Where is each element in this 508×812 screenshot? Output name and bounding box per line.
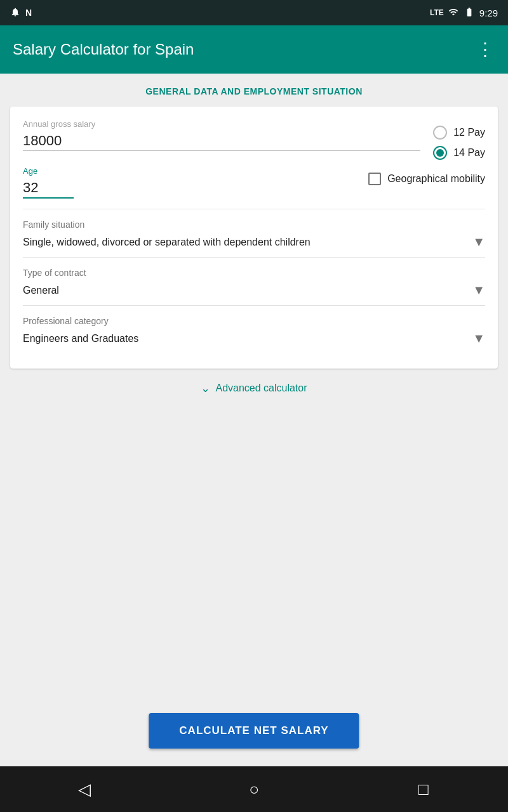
chevron-down-icon: ⌄: [201, 381, 210, 395]
prof-category-arrow-icon: ▼: [472, 331, 485, 346]
contract-type-label: Type of contract: [23, 268, 485, 278]
family-situation-label: Family situation: [23, 219, 485, 230]
divider: [23, 209, 485, 209]
radio-circle-12[interactable]: [433, 126, 447, 140]
advanced-calculator-link[interactable]: ⌄ Advanced calculator: [10, 381, 498, 395]
family-situation-value: Single, widowed, divorced or separated w…: [23, 237, 472, 248]
age-group: Age: [23, 166, 368, 199]
home-button[interactable]: ○: [235, 770, 273, 808]
battery-icon: [463, 7, 476, 19]
radio-circle-14[interactable]: [433, 146, 447, 160]
pay-options: 12 Pay 14 Pay: [433, 119, 485, 160]
contract-type-value: General: [23, 285, 472, 296]
radio-14-pay[interactable]: 14 Pay: [433, 146, 485, 160]
salary-input[interactable]: [23, 131, 420, 151]
age-row: Age Geographical mobility: [23, 166, 485, 199]
bottom-nav: ◁ ○ □: [0, 766, 508, 812]
prof-category-dropdown[interactable]: Engineers and Graduates ▼: [23, 331, 485, 353]
more-vert-icon[interactable]: ⋮: [476, 41, 495, 58]
geo-mobility-checkbox[interactable]: [368, 173, 381, 185]
salary-label: Annual gross salary: [23, 119, 420, 129]
calculate-button[interactable]: CALCULATE NET SALARY: [149, 713, 359, 749]
n-status-icon: N: [25, 8, 32, 18]
family-situation-dropdown[interactable]: Single, widowed, divorced or separated w…: [23, 235, 485, 258]
status-bar-right: LTE 9:29: [430, 7, 498, 19]
status-bar: N LTE 9:29: [0, 0, 508, 25]
contract-type-arrow-icon: ▼: [472, 283, 485, 298]
form-card: Annual gross salary 12 Pay 14 Pay Age: [10, 107, 498, 369]
section-title: GENERAL DATA AND EMPLOYMENT SITUATION: [10, 86, 498, 96]
app-bar: Salary Calculator for Spain ⋮: [0, 25, 508, 74]
notification-icon: [10, 7, 20, 19]
radio-12-pay[interactable]: 12 Pay: [433, 126, 485, 140]
geo-mobility-label: Geographical mobility: [387, 173, 485, 185]
salary-group: Annual gross salary: [23, 119, 433, 151]
lte-icon: LTE: [430, 8, 444, 17]
age-input[interactable]: [23, 178, 74, 199]
signal-icon: [448, 7, 459, 19]
advanced-calculator-label: Advanced calculator: [215, 383, 307, 394]
recent-apps-button[interactable]: □: [404, 770, 443, 808]
status-time: 9:29: [479, 8, 498, 18]
contract-type-dropdown[interactable]: General ▼: [23, 283, 485, 306]
geo-mobility-group: Geographical mobility: [368, 166, 485, 185]
status-bar-left: N: [10, 7, 32, 19]
main-content: GENERAL DATA AND EMPLOYMENT SITUATION An…: [0, 74, 508, 408]
radio-label-14: 14 Pay: [453, 147, 485, 159]
top-row: Annual gross salary 12 Pay 14 Pay: [23, 119, 485, 160]
app-title: Salary Calculator for Spain: [13, 41, 194, 58]
prof-category-label: Professional category: [23, 316, 485, 326]
prof-category-value: Engineers and Graduates: [23, 333, 472, 344]
age-label: Age: [23, 166, 356, 176]
family-situation-arrow-icon: ▼: [472, 235, 485, 249]
radio-label-12: 12 Pay: [453, 127, 485, 138]
back-button[interactable]: ◁: [65, 770, 104, 808]
